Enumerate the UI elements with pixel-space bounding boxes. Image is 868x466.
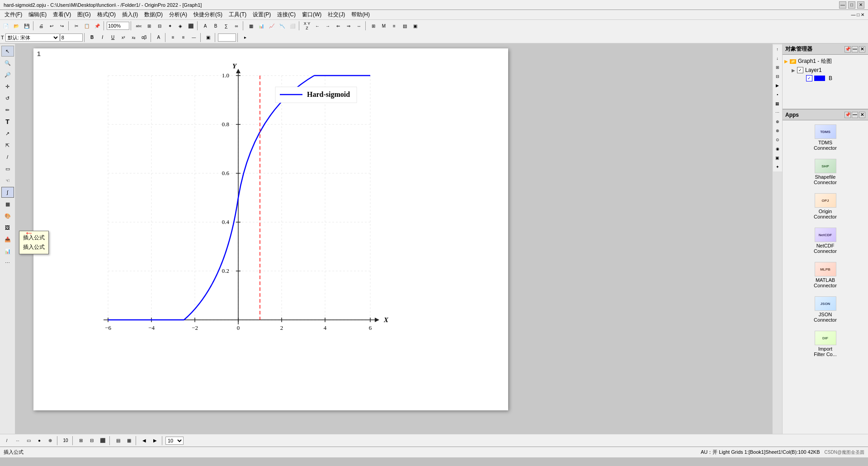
apps-minimize[interactable]: —: [852, 112, 858, 118]
table-tool[interactable]: ▦: [1, 199, 14, 209]
save-button[interactable]: 💾: [22, 21, 32, 31]
print-button[interactable]: 🖨: [36, 21, 46, 31]
menu-file[interactable]: 文件(F): [2, 10, 25, 19]
app-json[interactable]: JSON JSONConnector: [784, 294, 866, 325]
app-tdms[interactable]: TDMS TDMSConnector: [784, 122, 866, 153]
image-tool[interactable]: 🖼: [1, 222, 14, 233]
panel-close[interactable]: ✕: [859, 46, 865, 52]
tb-btn-e5[interactable]: ▣: [410, 21, 420, 31]
copy-button[interactable]: 📋: [82, 21, 92, 31]
menu-view[interactable]: 查看(V): [50, 10, 74, 19]
line-color-button[interactable]: —: [189, 33, 199, 43]
chart-tool[interactable]: 📊: [1, 246, 14, 257]
rmt-btn-3[interactable]: ⊞: [773, 63, 782, 72]
undo-button[interactable]: ↩: [47, 21, 57, 31]
tb-btn-d4[interactable]: ⇐: [333, 21, 343, 31]
superscript-button[interactable]: x²: [118, 33, 128, 43]
rect-tool[interactable]: ▭: [1, 163, 14, 174]
tb-btn-b4[interactable]: ∞: [231, 21, 241, 31]
bt-btn-9[interactable]: ⬛: [98, 436, 108, 446]
tb-btn-a5[interactable]: ◈: [175, 21, 185, 31]
tb-btn-d1[interactable]: X Y Z: [302, 21, 312, 31]
font-size-input[interactable]: [60, 33, 83, 42]
rmt-btn-7[interactable]: ▦: [773, 99, 782, 108]
app-netcdf[interactable]: NetCDF NetCDFConnector: [784, 225, 866, 256]
line-tool[interactable]: /: [1, 152, 14, 162]
tb-btn-d3[interactable]: →: [323, 21, 333, 31]
tb-btn-a1[interactable]: abc: [134, 21, 144, 31]
rmt-btn-13[interactable]: ▣: [773, 153, 782, 162]
tb-btn-b3[interactable]: ∑: [221, 21, 231, 31]
font-color-button[interactable]: A: [154, 33, 164, 43]
menu-tools[interactable]: 工具(T): [226, 10, 249, 19]
bt-btn-10[interactable]: ▤: [113, 436, 123, 446]
panel-minimize[interactable]: —: [852, 46, 858, 52]
tb-btn-c1[interactable]: ▦: [246, 21, 256, 31]
underline-button[interactable]: U: [108, 33, 118, 43]
bt-btn-12[interactable]: ◀: [139, 436, 149, 446]
menu-analysis[interactable]: 分析(A): [166, 10, 190, 19]
bt-btn-3[interactable]: ▭: [24, 436, 33, 446]
menu-data[interactable]: 数据(D): [142, 10, 165, 19]
align-center-button[interactable]: ≡: [179, 33, 189, 43]
menu-window[interactable]: 窗口(W): [299, 10, 324, 19]
rmt-btn-2[interactable]: ↓: [773, 54, 782, 63]
app-opj[interactable]: OPJ OriginConnector: [784, 191, 866, 222]
rmt-btn-6[interactable]: ▪: [773, 90, 782, 99]
bold-button[interactable]: B: [87, 33, 97, 43]
tb-btn-d6[interactable]: ↔: [354, 21, 364, 31]
bt-btn-5[interactable]: ⊕: [45, 436, 55, 446]
minimize-button[interactable]: —: [839, 1, 846, 9]
greek-button[interactable]: αβ: [139, 33, 149, 43]
rmt-btn-5[interactable]: ▶: [773, 81, 782, 90]
redo-button[interactable]: ↪: [57, 21, 67, 31]
layer1-checkbox[interactable]: ✓: [797, 67, 803, 73]
tree-graph1[interactable]: ▶ 📁 Graph1 - 绘图: [784, 57, 866, 66]
app-matlab[interactable]: MLPB MATLABConnector: [784, 260, 866, 290]
tb-btn-a4[interactable]: ✦: [165, 21, 175, 31]
tb-btn-b1[interactable]: A: [200, 21, 210, 31]
b-checkbox[interactable]: ✓: [806, 75, 812, 81]
open-button[interactable]: 📂: [11, 21, 21, 31]
tree-layer1[interactable]: ▶ ✓ Layer1: [784, 66, 866, 74]
tb-btn-c4[interactable]: 📉: [277, 21, 287, 31]
fill-color-button[interactable]: ▣: [203, 33, 213, 43]
tb-btn-e4[interactable]: ▤: [400, 21, 410, 31]
draw-tool[interactable]: ✏: [1, 105, 14, 115]
app-shp[interactable]: SHP ShapefileConnector: [784, 157, 866, 187]
bt-btn-6[interactable]: 10: [61, 436, 71, 446]
text-tool[interactable]: T: [1, 116, 14, 127]
arrow-tool[interactable]: ↗: [1, 128, 14, 139]
bt-btn-1[interactable]: /: [2, 436, 12, 446]
bt-btn-4[interactable]: ●: [34, 436, 44, 446]
line-width-input[interactable]: [218, 33, 236, 42]
menu-insert[interactable]: 插入(I): [119, 10, 141, 19]
menu-format[interactable]: 格式(O): [94, 10, 118, 19]
menu-edit[interactable]: 编辑(E): [26, 10, 49, 19]
apps-pin[interactable]: 📌: [844, 112, 851, 118]
tb-btn-a2[interactable]: ⊞: [144, 21, 154, 31]
zoom-out-tool[interactable]: 🔎: [1, 69, 14, 80]
rmt-btn-1[interactable]: ↑: [773, 45, 782, 54]
tb-btn-c3[interactable]: 📈: [267, 21, 277, 31]
tb-btn-c2[interactable]: 📊: [256, 21, 266, 31]
bt-btn-13[interactable]: ▶: [150, 436, 160, 446]
tb-btn-d2[interactable]: ←: [312, 21, 322, 31]
menu-help[interactable]: 帮助(H): [349, 10, 373, 19]
bt-btn-7[interactable]: ⊞: [76, 436, 86, 446]
tooltip-insert-formula-2[interactable]: 插入公式: [23, 243, 45, 252]
rmt-btn-8[interactable]: ⋯: [773, 108, 782, 117]
scale-tool[interactable]: ⇱: [1, 140, 14, 151]
tb-btn-a6[interactable]: ⬛: [186, 21, 196, 31]
tb-btn-e2[interactable]: M: [379, 21, 389, 31]
cut-button[interactable]: ✂: [71, 21, 81, 31]
maximize-button[interactable]: □: [848, 1, 855, 9]
menu-graph[interactable]: 图(G): [75, 10, 93, 19]
align-left-button[interactable]: ≡: [168, 33, 178, 43]
paste-button[interactable]: 📌: [92, 21, 102, 31]
more-tools[interactable]: ⋯: [1, 257, 14, 268]
tb-btn-a3[interactable]: ⊟: [155, 21, 165, 31]
font-name-select[interactable]: 默认: 宋体: [5, 33, 60, 42]
rmt-btn-12[interactable]: ◉: [773, 144, 782, 153]
tb-btn-e3[interactable]: ≡: [389, 21, 399, 31]
